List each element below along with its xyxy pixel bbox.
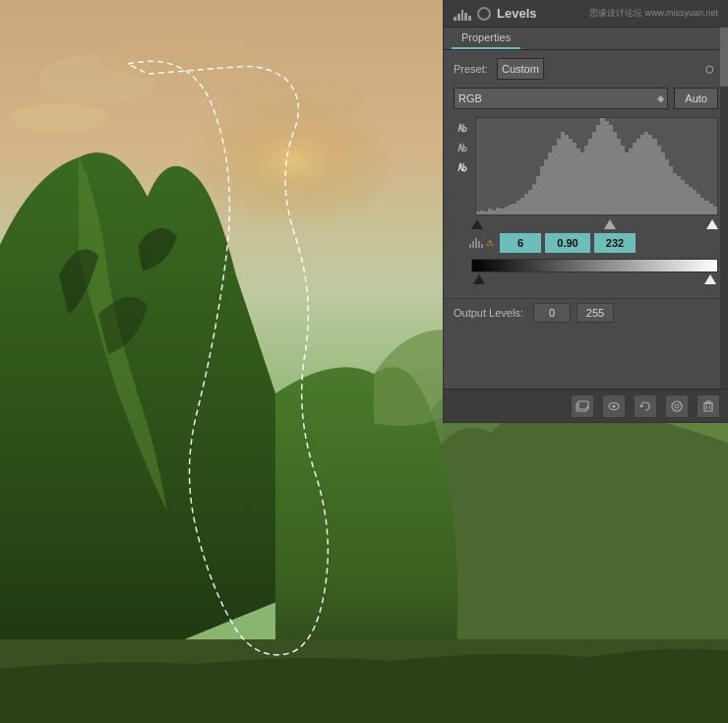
eyedropper-tools — [454, 117, 471, 215]
reset-button[interactable] — [634, 394, 657, 418]
scrollbar-thumb[interactable] — [720, 28, 728, 87]
set-black-point-icon[interactable] — [455, 121, 469, 135]
levels-icon — [454, 7, 471, 21]
preset-select[interactable]: Custom — [497, 58, 544, 80]
clip-button[interactable] — [665, 394, 689, 418]
black-output-handle[interactable] — [473, 274, 485, 284]
set-gray-point-icon[interactable] — [455, 141, 469, 154]
svg-point-14 — [672, 401, 682, 411]
output-levels-row: Output Levels: — [444, 298, 728, 327]
reset-icon — [638, 399, 652, 413]
preset-label: Preset: — [454, 63, 491, 75]
histogram-box — [475, 117, 718, 215]
panel-title: Levels — [497, 6, 583, 21]
midtone-input-field[interactable] — [545, 233, 590, 253]
output-slider-handles — [471, 274, 718, 284]
circle-icon — [477, 7, 491, 21]
svg-rect-16 — [704, 403, 712, 411]
clip-icon — [670, 399, 684, 413]
svg-point-6 — [10, 103, 108, 133]
panel-tabs: Properties — [444, 28, 728, 50]
histogram-bars — [476, 118, 717, 214]
slider-track-row — [471, 219, 718, 229]
panel-header: Levels 思缘设计论坛 www.missyuan.net — [444, 0, 728, 28]
white-input-handle[interactable] — [706, 219, 718, 229]
black-input-handle[interactable] — [471, 219, 483, 229]
add-layer-button[interactable] — [571, 394, 594, 418]
add-layer-icon — [576, 399, 589, 413]
black-input-field[interactable] — [500, 233, 541, 253]
svg-point-5 — [226, 81, 364, 116]
delete-button[interactable] — [697, 394, 720, 418]
panel-scrollbar[interactable] — [720, 0, 728, 422]
svg-point-15 — [675, 404, 679, 408]
channel-row: RGB ◆ Auto — [454, 88, 718, 109]
warning-icon: ⚠ — [486, 238, 494, 248]
input-slider-area — [454, 219, 718, 229]
output-levels-label: Output Levels: — [454, 307, 527, 319]
watermark-text: 思缘设计论坛 www.missyuan.net — [589, 7, 718, 20]
auto-button[interactable]: Auto — [674, 88, 718, 109]
output-min-field[interactable] — [533, 303, 571, 323]
levels-warning-icon: ⚠ — [469, 238, 494, 248]
panel-toolbar — [444, 389, 728, 422]
input-values-row: ⚠ — [454, 233, 718, 253]
preset-select-wrapper: Custom ⬡ — [497, 58, 718, 80]
trash-icon — [701, 399, 715, 413]
white-input-field[interactable] — [594, 233, 636, 253]
histogram-area — [454, 117, 718, 215]
visibility-button[interactable] — [602, 394, 626, 418]
svg-point-4 — [98, 39, 256, 79]
preset-row: Preset: Custom ⬡ — [454, 58, 718, 80]
svg-point-12 — [613, 404, 616, 407]
set-white-point-icon[interactable] — [455, 160, 469, 174]
panel-body: Preset: Custom ⬡ RGB ◆ Auto — [444, 50, 728, 296]
channel-select[interactable]: RGB — [454, 88, 668, 109]
white-output-handle[interactable] — [704, 274, 716, 284]
eye-icon — [607, 399, 621, 413]
midtone-input-handle[interactable] — [604, 219, 616, 229]
preset-dropdown-icon: ⬡ — [705, 64, 714, 75]
gradient-bar — [471, 259, 718, 272]
output-max-field[interactable] — [576, 303, 614, 323]
properties-panel: Levels 思缘设计论坛 www.missyuan.net Propertie… — [443, 0, 728, 423]
properties-tab[interactable]: Properties — [452, 28, 520, 49]
gradient-bar-area — [454, 259, 718, 284]
channel-select-wrapper: RGB ◆ — [454, 88, 668, 109]
svg-marker-13 — [639, 404, 643, 407]
